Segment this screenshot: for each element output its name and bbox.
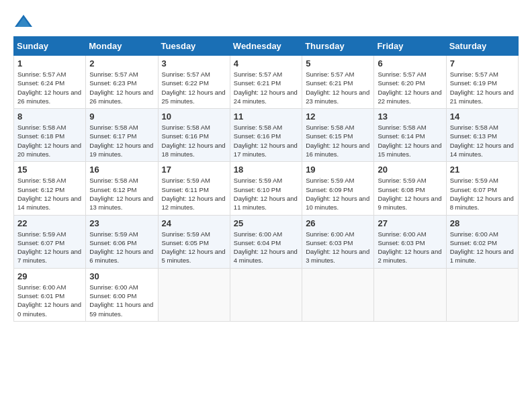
calendar-cell: 26 Sunrise: 6:00 AM Sunset: 6:03 PM Dayl… xyxy=(302,215,374,268)
calendar-week-row: 1 Sunrise: 5:57 AM Sunset: 6:24 PM Dayli… xyxy=(14,56,519,109)
calendar-cell: 5 Sunrise: 5:57 AM Sunset: 6:21 PM Dayli… xyxy=(302,56,374,109)
day-detail: Sunrise: 6:00 AM Sunset: 6:03 PM Dayligh… xyxy=(378,230,442,265)
day-number: 14 xyxy=(450,111,515,122)
calendar-cell: 21 Sunrise: 5:59 AM Sunset: 6:07 PM Dayl… xyxy=(446,162,518,215)
day-number: 11 xyxy=(234,111,298,122)
day-number: 5 xyxy=(306,58,370,68)
day-number: 22 xyxy=(17,218,82,228)
day-number: 29 xyxy=(17,271,82,281)
calendar-cell: 12 Sunrise: 5:58 AM Sunset: 6:15 PM Dayl… xyxy=(302,109,374,162)
day-number: 16 xyxy=(89,165,154,175)
day-detail: Sunrise: 5:58 AM Sunset: 6:13 PM Dayligh… xyxy=(450,123,515,158)
calendar-week-row: 29 Sunrise: 6:00 AM Sunset: 6:01 PM Dayl… xyxy=(14,268,519,321)
day-number: 10 xyxy=(162,111,226,122)
calendar-cell: 30 Sunrise: 6:00 AM Sunset: 6:00 PM Dayl… xyxy=(86,268,158,321)
day-detail: Sunrise: 5:59 AM Sunset: 6:11 PM Dayligh… xyxy=(162,176,226,212)
weekday-header-wednesday: Wednesday xyxy=(230,37,302,56)
day-detail: Sunrise: 6:00 AM Sunset: 6:03 PM Dayligh… xyxy=(306,230,370,265)
calendar-cell: 3 Sunrise: 5:57 AM Sunset: 6:22 PM Dayli… xyxy=(158,56,230,109)
day-number: 30 xyxy=(89,271,154,281)
day-detail: Sunrise: 6:00 AM Sunset: 6:01 PM Dayligh… xyxy=(17,283,82,318)
calendar-cell: 23 Sunrise: 5:59 AM Sunset: 6:06 PM Dayl… xyxy=(86,215,158,268)
day-detail: Sunrise: 5:59 AM Sunset: 6:07 PM Dayligh… xyxy=(450,176,515,212)
day-detail: Sunrise: 5:57 AM Sunset: 6:21 PM Dayligh… xyxy=(306,70,370,105)
day-detail: Sunrise: 5:58 AM Sunset: 6:16 PM Dayligh… xyxy=(162,123,226,158)
calendar-cell: 25 Sunrise: 6:00 AM Sunset: 6:04 PM Dayl… xyxy=(230,215,302,268)
weekday-header-sunday: Sunday xyxy=(14,37,86,56)
day-number: 12 xyxy=(306,111,370,122)
calendar-cell: 28 Sunrise: 6:00 AM Sunset: 6:02 PM Dayl… xyxy=(446,215,518,268)
calendar-cell: 1 Sunrise: 5:57 AM Sunset: 6:24 PM Dayli… xyxy=(14,56,86,109)
day-detail: Sunrise: 5:59 AM Sunset: 6:08 PM Dayligh… xyxy=(378,176,442,212)
day-detail: Sunrise: 5:58 AM Sunset: 6:15 PM Dayligh… xyxy=(306,123,370,158)
calendar-table: SundayMondayTuesdayWednesdayThursdayFrid… xyxy=(13,36,519,322)
day-number: 21 xyxy=(450,165,515,175)
day-number: 3 xyxy=(162,58,226,68)
day-number: 20 xyxy=(378,165,442,175)
day-number: 13 xyxy=(378,111,442,122)
day-detail: Sunrise: 5:57 AM Sunset: 6:24 PM Dayligh… xyxy=(17,70,82,105)
day-detail: Sunrise: 5:59 AM Sunset: 6:09 PM Dayligh… xyxy=(306,176,370,212)
day-detail: Sunrise: 5:57 AM Sunset: 6:21 PM Dayligh… xyxy=(234,70,298,105)
calendar-cell: 14 Sunrise: 5:58 AM Sunset: 6:13 PM Dayl… xyxy=(446,109,518,162)
calendar-cell: 2 Sunrise: 5:57 AM Sunset: 6:23 PM Dayli… xyxy=(86,56,158,109)
day-number: 17 xyxy=(162,165,226,175)
calendar-header-row: SundayMondayTuesdayWednesdayThursdayFrid… xyxy=(14,37,519,56)
calendar-cell: 13 Sunrise: 5:58 AM Sunset: 6:14 PM Dayl… xyxy=(374,109,446,162)
day-detail: Sunrise: 5:58 AM Sunset: 6:12 PM Dayligh… xyxy=(17,176,82,212)
calendar-cell: 16 Sunrise: 5:58 AM Sunset: 6:12 PM Dayl… xyxy=(86,162,158,215)
calendar-cell: 17 Sunrise: 5:59 AM Sunset: 6:11 PM Dayl… xyxy=(158,162,230,215)
day-detail: Sunrise: 5:59 AM Sunset: 6:06 PM Dayligh… xyxy=(89,230,154,265)
day-detail: Sunrise: 5:57 AM Sunset: 6:19 PM Dayligh… xyxy=(450,70,515,105)
calendar-cell: 9 Sunrise: 5:58 AM Sunset: 6:17 PM Dayli… xyxy=(86,109,158,162)
calendar-cell xyxy=(302,268,374,321)
day-detail: Sunrise: 5:58 AM Sunset: 6:17 PM Dayligh… xyxy=(89,123,154,158)
weekday-header-monday: Monday xyxy=(86,37,158,56)
day-number: 2 xyxy=(89,58,154,68)
day-detail: Sunrise: 5:59 AM Sunset: 6:10 PM Dayligh… xyxy=(234,176,298,212)
calendar-cell: 27 Sunrise: 6:00 AM Sunset: 6:03 PM Dayl… xyxy=(374,215,446,268)
calendar-cell: 19 Sunrise: 5:59 AM Sunset: 6:09 PM Dayl… xyxy=(302,162,374,215)
calendar-cell xyxy=(230,268,302,321)
calendar-week-row: 8 Sunrise: 5:58 AM Sunset: 6:18 PM Dayli… xyxy=(14,109,519,162)
calendar-week-row: 22 Sunrise: 5:59 AM Sunset: 6:07 PM Dayl… xyxy=(14,215,519,268)
calendar-cell: 29 Sunrise: 6:00 AM Sunset: 6:01 PM Dayl… xyxy=(14,268,86,321)
weekday-header-tuesday: Tuesday xyxy=(158,37,230,56)
weekday-header-friday: Friday xyxy=(374,37,446,56)
calendar-cell xyxy=(446,268,518,321)
day-number: 9 xyxy=(89,111,154,122)
day-number: 4 xyxy=(234,58,298,68)
day-detail: Sunrise: 5:57 AM Sunset: 6:20 PM Dayligh… xyxy=(378,70,442,105)
calendar-cell: 6 Sunrise: 5:57 AM Sunset: 6:20 PM Dayli… xyxy=(374,56,446,109)
calendar-cell: 15 Sunrise: 5:58 AM Sunset: 6:12 PM Dayl… xyxy=(14,162,86,215)
day-number: 6 xyxy=(378,58,442,68)
day-number: 23 xyxy=(89,218,154,228)
page-header xyxy=(13,13,519,30)
day-number: 28 xyxy=(450,218,515,228)
calendar-cell: 11 Sunrise: 5:58 AM Sunset: 6:16 PM Dayl… xyxy=(230,109,302,162)
day-detail: Sunrise: 5:58 AM Sunset: 6:12 PM Dayligh… xyxy=(89,176,154,212)
day-number: 25 xyxy=(234,218,298,228)
calendar-cell: 18 Sunrise: 5:59 AM Sunset: 6:10 PM Dayl… xyxy=(230,162,302,215)
day-detail: Sunrise: 5:57 AM Sunset: 6:22 PM Dayligh… xyxy=(162,70,226,105)
day-number: 19 xyxy=(306,165,370,175)
calendar-body: 1 Sunrise: 5:57 AM Sunset: 6:24 PM Dayli… xyxy=(14,56,519,322)
day-number: 27 xyxy=(378,218,442,228)
day-detail: Sunrise: 6:00 AM Sunset: 6:02 PM Dayligh… xyxy=(450,230,515,265)
calendar-cell xyxy=(158,268,230,321)
calendar-cell xyxy=(374,268,446,321)
day-detail: Sunrise: 5:59 AM Sunset: 6:07 PM Dayligh… xyxy=(17,230,82,265)
calendar-cell: 22 Sunrise: 5:59 AM Sunset: 6:07 PM Dayl… xyxy=(14,215,86,268)
calendar-cell: 20 Sunrise: 5:59 AM Sunset: 6:08 PM Dayl… xyxy=(374,162,446,215)
calendar-cell: 10 Sunrise: 5:58 AM Sunset: 6:16 PM Dayl… xyxy=(158,109,230,162)
calendar-cell: 7 Sunrise: 5:57 AM Sunset: 6:19 PM Dayli… xyxy=(446,56,518,109)
calendar-cell: 24 Sunrise: 5:59 AM Sunset: 6:05 PM Dayl… xyxy=(158,215,230,268)
day-detail: Sunrise: 6:00 AM Sunset: 6:00 PM Dayligh… xyxy=(89,283,154,318)
day-detail: Sunrise: 5:58 AM Sunset: 6:18 PM Dayligh… xyxy=(17,123,82,158)
day-detail: Sunrise: 5:58 AM Sunset: 6:16 PM Dayligh… xyxy=(234,123,298,158)
day-detail: Sunrise: 5:57 AM Sunset: 6:23 PM Dayligh… xyxy=(89,70,154,105)
day-number: 15 xyxy=(17,165,82,175)
weekday-header-thursday: Thursday xyxy=(302,37,374,56)
day-number: 26 xyxy=(306,218,370,228)
day-detail: Sunrise: 6:00 AM Sunset: 6:04 PM Dayligh… xyxy=(234,230,298,265)
